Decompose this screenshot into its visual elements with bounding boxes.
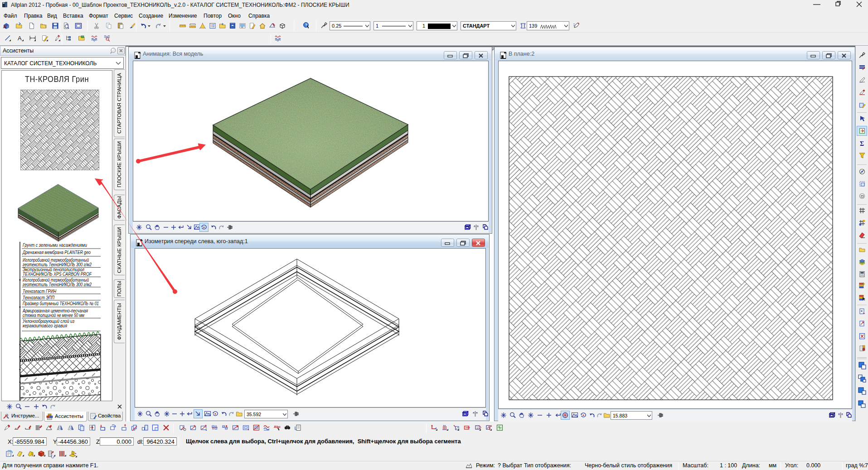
- svg-text:Техноэласт ЭПП: Техноэласт ЭПП: [23, 295, 54, 300]
- svg-text:геотекстиль ТехноНИКОЛЬ 300 г/: геотекстиль ТехноНИКОЛЬ 300 г/м2: [23, 282, 92, 287]
- svg-text:стяжка толщиной не менее 50 мм: стяжка толщиной не менее 50 мм: [23, 312, 84, 318]
- svg-text:1: 1: [476, 426, 478, 429]
- svg-text:ТЕХНОНИКОЛЬ XPS CARBON PROF: ТЕХНОНИКОЛЬ XPS CARBON PROF: [23, 271, 92, 277]
- svg-text:Техноэласт ГРИН: Техноэласт ГРИН: [23, 288, 56, 294]
- svg-text:Σ: Σ: [860, 140, 864, 147]
- svg-text:керамзитового гравия: керамзитового гравия: [23, 323, 67, 328]
- svg-text:Дренажная мембрана PLANTER geo: Дренажная мембрана PLANTER geo: [22, 249, 91, 255]
- svg-text:Грунт с зелеными насаждениями: Грунт с зелеными насаждениями: [23, 242, 87, 248]
- svg-text:Abc: Abc: [274, 425, 281, 429]
- svg-text:Праймер битумный ТЕХНОНИКОЛЬ №: Праймер битумный ТЕХНОНИКОЛЬ № 01: [23, 301, 99, 306]
